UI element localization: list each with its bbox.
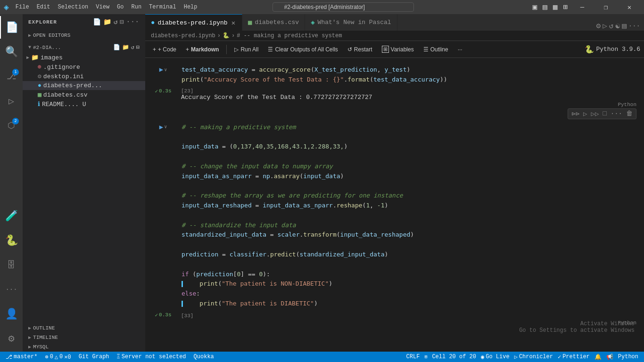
status-broadcast[interactable]: 📢	[604, 354, 615, 361]
status-errors[interactable]: ⊗ 0 △ 0 ✕0	[43, 354, 73, 361]
status-language[interactable]: Python	[616, 354, 640, 360]
tab-more-icon[interactable]: ···	[628, 22, 640, 30]
breadcrumb-section[interactable]: # -- making a predictive system	[237, 33, 342, 39]
new-file-workspace-icon[interactable]: 📄	[113, 44, 120, 51]
status-git-graph[interactable]: Git Graph	[77, 354, 111, 360]
python-kernel-label[interactable]: Python 3.9.6	[596, 46, 640, 53]
refresh-workspace-icon[interactable]: ↺	[131, 44, 134, 51]
menu-help[interactable]: Help	[181, 3, 200, 11]
menu-go[interactable]: Go	[114, 3, 126, 11]
delete-cell-icon[interactable]: 🗑	[625, 109, 634, 118]
tree-item-csv[interactable]: ▦ diabetes.csv	[23, 90, 145, 99]
status-cell-info[interactable]: Cell 20 of 20	[430, 354, 478, 360]
minimize-button[interactable]: —	[571, 0, 593, 14]
mysql-header[interactable]: ▶ MYSQL	[23, 342, 145, 352]
add-markdown-button[interactable]: + Markdown	[182, 45, 223, 54]
search-input[interactable]	[272, 2, 414, 12]
close-button[interactable]: ✕	[619, 0, 640, 14]
search-icon: 🔍	[5, 46, 18, 58]
status-branch[interactable]: ⎇ master*	[4, 354, 39, 361]
activity-settings[interactable]: ⚙	[0, 327, 23, 350]
variables-button[interactable]: ⊞ Variables	[378, 44, 418, 54]
status-chronicler[interactable]: ▷ Chronicler	[512, 354, 555, 361]
activity-search[interactable]: 🔍	[0, 41, 23, 63]
run-below-icon[interactable]: ▷▷	[590, 109, 601, 118]
collapse-workspace-icon[interactable]: ⊟	[136, 44, 140, 51]
activity-source-control[interactable]: ⎇ 1	[0, 65, 23, 88]
run-cell-icon[interactable]: ▷	[582, 109, 588, 118]
status-encoding[interactable]: ⊞	[422, 354, 429, 360]
layout-icon-3[interactable]: ▦	[551, 2, 560, 12]
status-prettier[interactable]: ✓ Prettier	[556, 354, 592, 361]
execute-above-icon[interactable]: ⊳⊳	[570, 109, 581, 118]
layout-icon-1[interactable]: ▣	[530, 2, 539, 12]
outline-button[interactable]: ☰ Outline	[420, 45, 452, 54]
more-cell-icon[interactable]: ···	[609, 109, 624, 118]
status-quokka[interactable]: Quokka	[192, 354, 216, 360]
cell-23-time: 0.3s	[159, 88, 171, 94]
clear-outputs-button[interactable]: ☰ Clear Outputs of All Cells	[264, 45, 341, 54]
run-all-button[interactable]: ▷ Run All	[231, 45, 262, 54]
run-cell-33-button[interactable]: ▶ ∨	[158, 122, 168, 132]
new-file-icon[interactable]: 📄	[93, 18, 101, 26]
add-code-button[interactable]: + + Code	[149, 45, 180, 54]
activity-testing[interactable]: 🧪	[0, 205, 23, 227]
status-go-live[interactable]: ◉ Go Live	[479, 354, 512, 361]
tab-layout-icon[interactable]: ▤	[622, 21, 627, 31]
tab-settings-icon[interactable]: ⚙	[596, 21, 601, 31]
breadcrumb-notebook[interactable]: diabetes-pred.ipynb	[151, 33, 215, 39]
layout-icon-2[interactable]: ▤	[541, 2, 549, 12]
workspace-header[interactable]: ▼ #2-DIA... 📄 📁 ↺ ⊟	[23, 42, 145, 53]
tree-item-readme[interactable]: ℹ README.... U	[23, 99, 145, 109]
tab-play-icon[interactable]: ▷	[603, 21, 607, 31]
menu-terminal[interactable]: Terminal	[146, 3, 179, 11]
tab-notebook[interactable]: ● diabetes-pred.ipynb ✕	[145, 14, 242, 31]
clear-cell-icon[interactable]: □	[601, 109, 608, 118]
run-toggle-33: ∨	[164, 124, 167, 130]
tab-pascal[interactable]: ◈ What's New in Pascal	[305, 14, 397, 31]
tree-item-gitignore[interactable]: ⊕ .gitignore	[23, 62, 145, 72]
activity-account[interactable]: 👤	[0, 303, 23, 325]
activity-run-debug[interactable]: ▷	[0, 90, 23, 112]
tab-history-icon[interactable]: ↺	[609, 21, 614, 31]
timeline-header[interactable]: ▶ TIMELINE	[23, 333, 145, 342]
run-cell-23-button[interactable]: ▶ ∨	[158, 65, 168, 74]
menu-file[interactable]: File	[13, 3, 32, 11]
tab-theme-icon[interactable]: ☯	[616, 21, 620, 31]
status-server[interactable]: Ξ Server not selected	[115, 354, 188, 360]
open-editors-header[interactable]: ▶ OPEN EDITORS	[23, 31, 145, 40]
cell-23-gutter: ▶ ∨	[149, 63, 177, 74]
menu-selection[interactable]: Selection	[55, 3, 91, 11]
cell-23-output-row: ✓ 0.3s [23] Accuracy Score of the Test D…	[145, 87, 644, 102]
cell-33-body[interactable]: # -- making a predictive system input_da…	[177, 120, 640, 311]
more-actions-icon[interactable]: ···	[126, 18, 140, 26]
restart-button[interactable]: ↺ Restart	[344, 45, 376, 54]
tree-item-notebook[interactable]: ● diabetes-pred...	[23, 81, 145, 90]
menu-view[interactable]: View	[93, 3, 112, 11]
readme-label: README.... U	[42, 101, 86, 108]
activity-explorer[interactable]: 📄	[0, 16, 23, 39]
activity-extensions[interactable]: ⬡ 2	[0, 114, 23, 137]
menu-run[interactable]: Run	[129, 3, 145, 11]
status-crlf[interactable]: CRLF	[405, 354, 422, 360]
activity-python[interactable]: 🐍	[0, 229, 23, 252]
status-notifications[interactable]: 🔔	[593, 354, 603, 361]
more-toolbar-button[interactable]: ···	[454, 45, 466, 54]
maximize-button[interactable]: ❐	[595, 0, 617, 14]
error-icon: ⊗	[45, 354, 48, 361]
cell-23-body[interactable]: test_data_accuracy = accuracy_score(X_te…	[177, 63, 640, 87]
new-folder-workspace-icon[interactable]: 📁	[122, 44, 129, 51]
refresh-icon[interactable]: ↺	[114, 18, 118, 26]
notebook-tab-close[interactable]: ✕	[231, 18, 236, 27]
layout-icon-4[interactable]: ⊞	[561, 2, 570, 12]
tab-csv[interactable]: ▦ diabetes.csv	[242, 14, 305, 31]
outline-header[interactable]: ▶ OUTLINE	[23, 323, 145, 333]
tree-item-images[interactable]: ▶ 📁 images	[23, 53, 145, 62]
activity-database[interactable]: 🗄	[0, 254, 23, 276]
explorer-icon: 📄	[6, 21, 18, 34]
menu-edit[interactable]: Edit	[34, 3, 53, 11]
activity-more[interactable]: ···	[0, 278, 23, 301]
new-folder-icon[interactable]: 📁	[103, 18, 112, 26]
tree-item-desktop-ini[interactable]: ⚙ desktop.ini	[23, 72, 145, 81]
collapse-icon[interactable]: ⊟	[120, 18, 124, 26]
